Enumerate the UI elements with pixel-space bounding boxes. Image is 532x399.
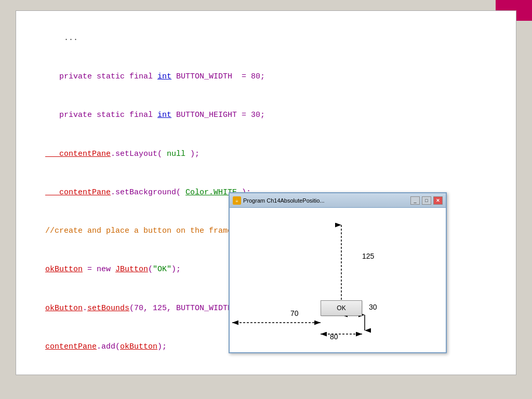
code-line-setlayout: contentPane.setLayout( null );: [26, 135, 506, 174]
titlebar-icon: ☕: [233, 196, 241, 205]
ok-button[interactable]: OK: [321, 300, 362, 316]
code-line-btn-height: private static final int BUTTON_HEIGHT =…: [26, 97, 506, 135]
titlebar-title: Program Ch14AbsolutePositio...: [243, 197, 408, 204]
close-button[interactable]: ✕: [433, 196, 443, 205]
label-70: 70: [290, 309, 299, 317]
maximize-button[interactable]: □: [422, 196, 431, 205]
minimize-button[interactable]: _: [410, 196, 420, 205]
label-30: 30: [369, 303, 377, 311]
window-content: OK 125 70 30 80: [230, 208, 446, 352]
window-titlebar: ☕ Program Ch14AbsolutePositio... _ □ ✕: [230, 193, 446, 208]
code-line-btn-width: private static final int BUTTON_WIDTH = …: [26, 58, 506, 96]
diagram-area: ☕ Program Ch14AbsolutePositio... _ □ ✕: [229, 192, 452, 358]
code-line-ellipsis: ...: [26, 19, 506, 58]
window-frame: ☕ Program Ch14AbsolutePositio... _ □ ✕: [229, 192, 447, 353]
label-80: 80: [330, 332, 338, 341]
label-125: 125: [362, 252, 374, 260]
diagram-arrows: [230, 222, 448, 369]
